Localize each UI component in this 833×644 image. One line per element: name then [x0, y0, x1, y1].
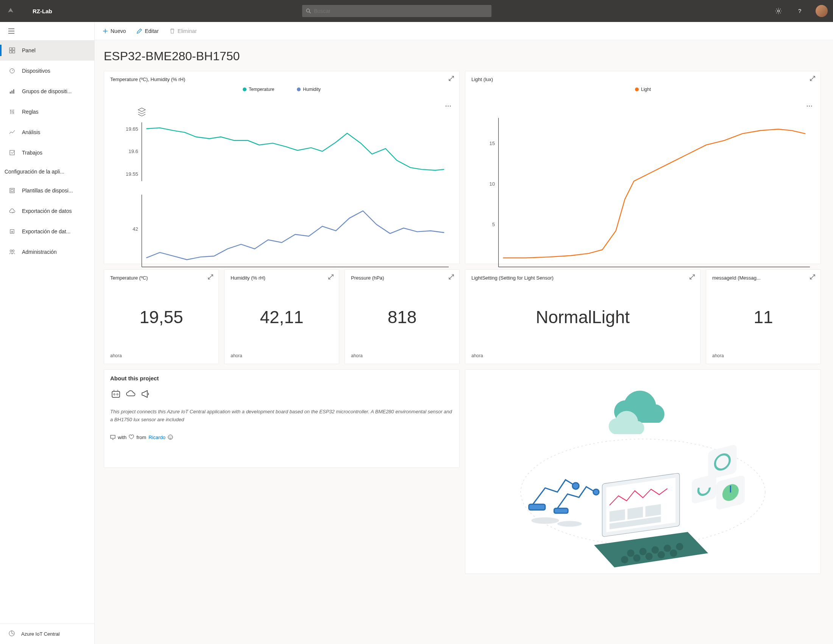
chart-more-button[interactable]: ···: [445, 103, 452, 109]
expand-icon: [328, 274, 334, 280]
expand-button[interactable]: [810, 76, 815, 82]
sidebar-item-label: Análisis: [22, 129, 40, 135]
chart-legend: Temperature Humidity: [110, 87, 453, 92]
svg-rect-17: [10, 188, 14, 193]
svg-rect-10: [13, 51, 15, 53]
tile-temp-humidity: Temperature (ºC), Humidity (% rH) Temper…: [104, 71, 460, 264]
expand-icon: [449, 274, 454, 280]
svg-rect-51: [111, 435, 115, 438]
dial-icon: [8, 67, 16, 75]
expand-icon: [208, 274, 213, 280]
sidebar-item-reglas[interactable]: Reglas: [0, 101, 94, 122]
sidebar-item-export1[interactable]: Exportación de datos: [0, 201, 94, 221]
sidebar-item-analisis[interactable]: Análisis: [0, 122, 94, 142]
svg-text:10: 10: [489, 181, 495, 187]
legend-label: Humidity: [303, 87, 321, 92]
topbar: RZ-Lab ?: [0, 0, 833, 22]
legend-dot-hum: [297, 87, 301, 91]
kpi-timestamp: ahora: [110, 353, 212, 358]
sidebar-toggle[interactable]: [0, 22, 94, 40]
expand-button[interactable]: [449, 76, 454, 82]
chart-more-button[interactable]: ···: [807, 103, 813, 109]
expand-button[interactable]: [690, 274, 695, 281]
sidebar-item-label: Exportación de datos: [22, 208, 72, 214]
legend-label: Light: [641, 87, 651, 92]
sidebar-item-grupos[interactable]: Grupos de dispositi...: [0, 81, 94, 101]
svg-text:?: ?: [798, 8, 801, 14]
svg-point-47: [114, 394, 115, 395]
sidebar-item-panel[interactable]: Panel: [0, 40, 94, 61]
tile-illustration: [465, 369, 821, 574]
expand-icon: [449, 76, 454, 81]
expand-button[interactable]: [449, 274, 454, 281]
svg-rect-74: [645, 504, 661, 517]
expand-button[interactable]: [810, 274, 815, 281]
svg-rect-16: [10, 150, 14, 155]
tile-title: Temperature (ºC): [110, 275, 212, 281]
svg-point-22: [13, 250, 14, 252]
edit-button[interactable]: Editar: [136, 28, 159, 34]
about-title: About this project: [110, 375, 453, 382]
new-button[interactable]: Nuevo: [102, 28, 126, 34]
svg-point-53: [168, 435, 173, 440]
cmd-label: Eliminar: [178, 28, 197, 34]
tile-kpi-messageid: messageId (Messag... 11 ahora: [706, 269, 821, 364]
avatar[interactable]: [815, 5, 828, 17]
about-credit: with from Ricardo: [110, 435, 453, 440]
search-input-wrapper[interactable]: [302, 5, 492, 17]
cloud-icon: [125, 388, 137, 400]
tile-light: Light (lux) Light ··· 15 10 5: [465, 71, 821, 264]
app-name: RZ-Lab: [32, 8, 52, 14]
tile-kpi-pressure: Pressure (hPa) 818 ahora: [344, 269, 460, 364]
svg-rect-58: [529, 504, 545, 510]
sidebar-item-trabajos[interactable]: Trabajos: [0, 142, 94, 163]
expand-button[interactable]: [208, 274, 213, 281]
svg-rect-15: [13, 89, 14, 93]
svg-rect-18: [11, 189, 13, 192]
credit-link[interactable]: Ricardo: [148, 435, 166, 440]
svg-point-0: [306, 9, 309, 12]
jobs-icon: [8, 149, 16, 156]
settings-button[interactable]: [773, 6, 784, 16]
monitor-icon: [110, 435, 116, 440]
svg-point-82: [633, 554, 640, 562]
help-icon: ?: [797, 8, 803, 14]
svg-rect-68: [692, 473, 716, 504]
sidebar-item-label: Dispositivos: [22, 68, 50, 74]
legend-label: Temperature: [249, 87, 274, 92]
layers-icon[interactable]: [138, 108, 145, 116]
svg-text:19.55: 19.55: [126, 171, 138, 177]
sidebar: Panel Dispositivos Grupos de dispositi..…: [0, 22, 95, 644]
chart-icon: [8, 129, 16, 136]
robot-icon: [110, 388, 122, 400]
sidebar-footer-link[interactable]: Azure IoT Central: [0, 623, 94, 644]
sidebar-item-admin[interactable]: Administración: [0, 242, 94, 262]
tile-title: messageId (Messag...: [712, 275, 814, 281]
search-input[interactable]: [314, 8, 488, 14]
expand-button[interactable]: [328, 274, 334, 281]
svg-point-59: [593, 489, 599, 495]
credit-prefix: with: [118, 435, 127, 440]
trash-icon: [169, 28, 175, 34]
tile-kpi-lightsetting: LightSetting (Setting for Light Sensor) …: [465, 269, 701, 364]
chart-light: 15 10 5 07:20 AM 10/12/2020 08:20 AM 10/…: [471, 95, 814, 295]
sidebar-item-dispositivos[interactable]: Dispositivos: [0, 61, 94, 81]
tile-title: Light (lux): [471, 77, 814, 82]
home-icon: [8, 630, 15, 638]
tile-title: Temperature (ºC), Humidity (% rH): [110, 77, 453, 82]
tile-title: LightSetting (Setting for Light Sensor): [471, 275, 694, 281]
svg-line-1: [309, 12, 310, 13]
sidebar-item-export2[interactable]: Exportación de dat...: [0, 221, 94, 242]
sidebar-footer-label: Azure IoT Central: [21, 631, 60, 637]
sidebar-item-plantillas[interactable]: Plantillas de disposi...: [0, 180, 94, 201]
cmd-label: Nuevo: [111, 28, 126, 34]
svg-rect-72: [609, 509, 625, 522]
svg-point-61: [531, 517, 559, 524]
chart-legend: Light: [471, 87, 814, 92]
tile-kpi-temperature: Temperature (ºC) 19,55 ahora: [104, 269, 219, 364]
help-button[interactable]: ?: [794, 6, 805, 16]
sidebar-item-label: Grupos de dispositi...: [22, 88, 72, 94]
tile-title: Pressure (hPa): [351, 275, 453, 281]
legend-dot-light: [635, 87, 639, 91]
svg-rect-7: [10, 48, 12, 50]
